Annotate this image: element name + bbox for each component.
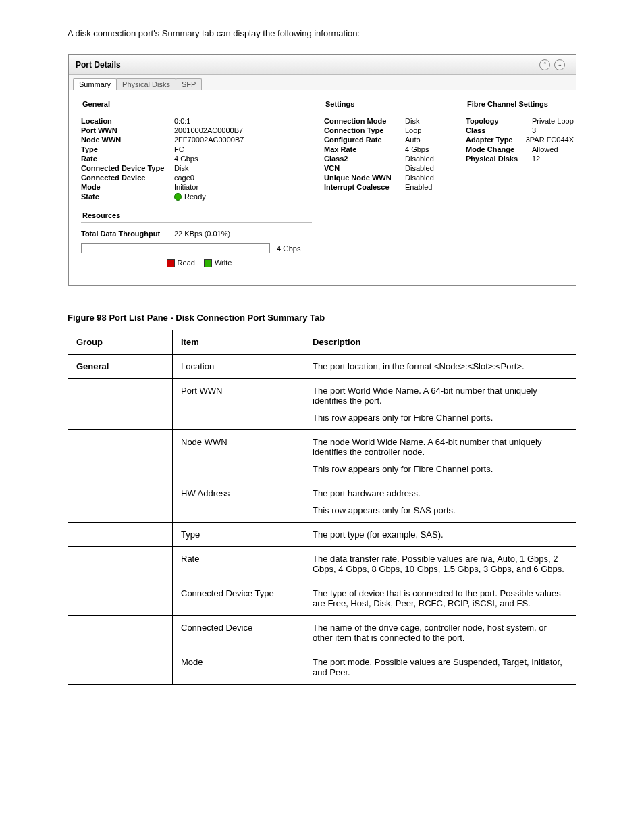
general-label: Mode [81,183,174,191]
throughput-value: 22 KBps (0.01%) [174,230,230,238]
table-cell-group [68,379,173,430]
general-label: State [81,192,174,201]
fc-label: Class [466,126,532,134]
fc-row: Physical Disks12 [466,155,574,163]
fc-row: Class3 [466,126,574,134]
settings-label: Configured Rate [324,136,405,144]
settings-label: Max Rate [324,145,405,153]
settings-label: Interrupt Coalesce [324,183,405,191]
table-cell-group [68,581,173,616]
settings-row: Configured RateAuto [324,136,452,144]
fc-value: 12 [532,155,540,163]
section-general-header: General [81,99,311,111]
table-cell-description: The data transfer rate. Possible values … [304,547,576,581]
table-cell-item: HW Address [173,481,304,523]
throughput-legend: Read Write [81,259,311,267]
table-cell-item: Connected Device Type [173,581,304,616]
table-cell-item: Rate [173,547,304,581]
general-value: 20010002AC0000B7 [174,126,243,134]
general-row: Rate4 Gbps [81,155,311,163]
fc-row: Adapter Type3PAR FC044X [466,136,574,144]
settings-value: 4 Gbps [405,145,429,153]
fc-value: 3 [532,126,536,134]
table-row: Connected DeviceThe name of the drive ca… [68,616,576,650]
table-cell-description: The name of the drive cage, controller n… [304,616,576,650]
expand-icon[interactable]: ⌄ [554,59,565,70]
tab-summary[interactable]: Summary [73,78,117,90]
table-row: HW AddressThe port hardware address.This… [68,481,576,523]
general-value: 0:0:1 [174,117,190,125]
fc-row: TopologyPrivate Loop [466,117,574,125]
fc-label: Physical Disks [466,155,532,163]
tab-sfp[interactable]: SFP [176,78,202,90]
table-header-item: Item [173,330,304,355]
section-fc-header: Fibre Channel Settings [466,99,574,111]
settings-row: VCNDisabled [324,164,452,172]
general-row: StateReady [81,192,311,201]
throughput-bar-max: 4 Gbps [277,244,300,253]
summary-panel: General Location0:0:1Port WWN20010002AC0… [69,90,576,286]
fc-row: Mode ChangeAllowed [466,145,574,153]
section-settings-header: Settings [324,99,452,111]
table-cell-group [68,523,173,547]
table-cell-group [68,430,173,481]
table-cell-description: The port hardware address.This row appea… [304,481,576,523]
settings-label: Unique Node WWN [324,174,405,182]
general-value: 4 Gbps [174,155,198,163]
settings-row: Connection TypeLoop [324,126,452,134]
tab-bar: Summary Physical Disks SFP [69,75,576,90]
window-titlebar: Port Details ⌃ ⌄ [69,55,576,75]
table-cell-item: Type [173,523,304,547]
fc-value: Private Loop [532,117,574,125]
legend-swatch-read [167,259,175,267]
section-resources-header: Resources [81,210,312,223]
fc-value: Allowed [532,145,558,153]
table-cell-description: The port location, in the format <Node>:… [304,355,576,379]
window-title: Port Details [76,60,121,70]
settings-label: Connection Mode [324,117,405,125]
general-label: Type [81,145,174,153]
settings-row: Unique Node WWNDisabled [324,174,452,182]
settings-row: Interrupt CoalesceEnabled [324,183,452,191]
general-row: Connected Device TypeDisk [81,164,311,172]
table-row: Port WWNThe port World Wide Name. A 64-b… [68,379,576,430]
table-row: TypeThe port type (for example, SAS). [68,523,576,547]
section-settings: Settings Connection ModeDiskConnection T… [324,99,452,268]
legend-write-label: Write [215,259,232,267]
table-cell-item: Connected Device [173,616,304,650]
table-cell-item: Mode [173,650,304,685]
general-value: Ready [174,192,206,201]
description-table: Group Item Description GeneralLocationTh… [68,330,576,685]
throughput-row: Total Data Throughput 22 KBps (0.01%) [81,230,311,238]
tab-physical-disks[interactable]: Physical Disks [116,78,176,90]
table-cell-description: The node World Wide Name. A 64-bit numbe… [304,430,576,481]
table-cell-item: Node WWN [173,430,304,481]
settings-label: VCN [324,164,405,172]
table-cell-group: General [68,355,173,379]
figure-caption: Figure 98 Port List Pane - Disk Connecti… [68,313,576,323]
settings-label: Connection Type [324,126,405,134]
table-cell-description: The port World Wide Name. A 64-bit numbe… [304,379,576,430]
table-row: GeneralLocationThe port location, in the… [68,355,576,379]
general-label: Connected Device Type [81,164,174,172]
table-cell-item: Location [173,355,304,379]
table-header-group: Group [68,330,173,355]
settings-value: Enabled [405,183,432,191]
table-row: Node WWNThe node World Wide Name. A 64-b… [68,430,576,481]
general-value: 2FF70002AC0000B7 [174,136,244,144]
throughput-bar [81,243,270,253]
general-row: ModeInitiator [81,183,311,191]
table-header-description: Description [304,330,576,355]
fc-value: 3PAR FC044X [526,136,574,144]
collapse-icon[interactable]: ⌃ [539,59,550,70]
table-cell-group [68,547,173,581]
settings-value: Disabled [405,155,434,163]
general-value: Disk [174,164,188,172]
settings-value: Disabled [405,164,434,172]
general-row: Connected Devicecage0 [81,174,311,182]
settings-value: Disk [405,117,419,125]
general-value: Initiator [174,183,198,191]
table-row: Connected Device TypeThe type of device … [68,581,576,616]
settings-value: Loop [405,126,421,134]
general-label: Node WWN [81,136,174,144]
